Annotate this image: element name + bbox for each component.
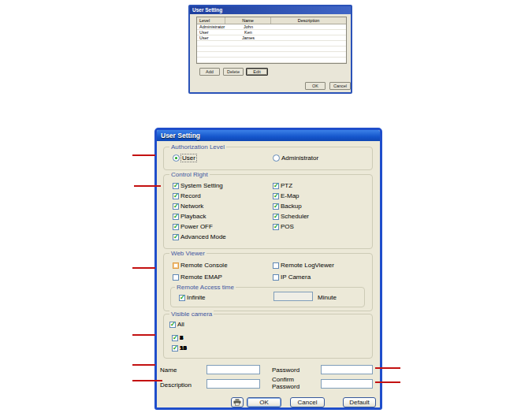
checkbox-camera-8[interactable]: 8 — [172, 334, 199, 341]
table-row[interactable]: Administrator John — [197, 24, 346, 30]
callout-line-name — [132, 364, 155, 366]
checkbox-remote-console[interactable]: Remote Console — [173, 262, 228, 269]
checkbox-icon — [273, 203, 279, 210]
visible-camera-group: Visible camera All 1 2 3 4 5 6 7 8 9 10 … — [163, 314, 373, 359]
column-header-level[interactable]: Level — [197, 17, 225, 24]
checkbox-icon — [273, 262, 279, 269]
delete-button[interactable]: Delete — [223, 68, 244, 76]
checkbox-label: Remote LogViewer — [281, 262, 334, 269]
checkbox-power-off[interactable]: Power OFF — [173, 223, 213, 230]
radio-user[interactable]: User — [173, 154, 196, 162]
checkbox-network[interactable]: Network — [173, 203, 203, 210]
callout-line-visible-camera — [132, 334, 155, 336]
checkbox-pos[interactable]: POS — [273, 223, 294, 230]
description-input[interactable] — [207, 380, 259, 388]
checkbox-label: IP Camera — [281, 273, 311, 281]
ok-button[interactable]: OK — [247, 397, 281, 407]
checkbox-record[interactable]: Record — [173, 192, 201, 199]
password-input[interactable] — [322, 366, 372, 374]
cancel-button[interactable]: Cancel — [329, 82, 351, 90]
checkbox-e-map[interactable]: E-Map — [273, 192, 299, 199]
checkbox-all-cameras[interactable]: All — [169, 321, 184, 328]
confirm-password-input[interactable] — [322, 380, 372, 388]
name-input[interactable] — [207, 366, 259, 374]
cell-name: James — [225, 35, 271, 40]
printer-icon — [233, 399, 241, 406]
settings-dialog-titlebar[interactable]: User Setting — [157, 130, 380, 141]
cell-level: User — [197, 35, 225, 40]
radio-user-label: User — [181, 154, 196, 162]
checkbox-icon — [173, 214, 179, 220]
checkbox-remote-logviewer[interactable]: Remote LogViewer — [273, 262, 334, 269]
password-input-wrap — [321, 365, 373, 374]
checkbox-icon — [273, 224, 279, 230]
checkbox-label: E-Map — [281, 192, 299, 199]
minute-label: Minute — [318, 294, 337, 301]
column-header-name[interactable]: Name — [225, 17, 271, 24]
table-row-empty — [197, 47, 346, 52]
checkbox-icon — [179, 295, 185, 301]
checkbox-system-setting[interactable]: System Setting — [173, 182, 223, 189]
camera-label: 8 — [180, 334, 183, 341]
checkbox-icon — [173, 234, 179, 240]
edit-button[interactable]: Edit — [246, 68, 268, 76]
checkbox-ptz[interactable]: PTZ — [273, 182, 292, 189]
checkbox-icon — [173, 203, 179, 210]
add-button[interactable]: Add — [199, 68, 220, 76]
callout-line-control-right — [134, 185, 161, 187]
confirm-password-input-wrap — [321, 379, 373, 389]
checkbox-icon — [172, 345, 178, 352]
web-viewer-group: Web Viewer Remote Console Remote LogView… — [163, 253, 373, 311]
radio-administrator-label: Administrator — [281, 154, 318, 162]
print-button[interactable] — [231, 397, 244, 407]
checkbox-label: Power OFF — [180, 223, 213, 230]
radio-administrator[interactable]: Administrator — [273, 154, 318, 162]
checkbox-infinite[interactable]: Infinite — [179, 294, 206, 301]
checkbox-label: Remote Console — [180, 262, 228, 269]
cell-description — [271, 24, 346, 29]
checkbox-icon — [172, 335, 178, 341]
checkbox-icon — [273, 214, 279, 220]
confirm-label-line1: Confirm — [272, 376, 299, 383]
callout-line-password — [375, 367, 400, 369]
user-table-header: Level Name Description — [197, 17, 346, 24]
table-row[interactable]: User James — [197, 35, 346, 41]
description-input-wrap — [206, 379, 260, 389]
checkbox-label: All — [177, 321, 184, 328]
checkbox-camera-16[interactable]: 16 — [172, 344, 199, 352]
control-right-label: Control Right — [169, 171, 210, 178]
checkbox-advanced-mode[interactable]: Advanced Mode — [173, 233, 226, 240]
password-label: Password — [272, 366, 299, 374]
ok-button[interactable]: OK — [305, 82, 326, 90]
cancel-button[interactable]: Cancel — [290, 397, 325, 407]
checkbox-backup[interactable]: Backup — [273, 203, 302, 210]
checkbox-label: Remote EMAP — [180, 273, 222, 281]
table-row-empty — [197, 41, 346, 47]
checkbox-icon — [273, 193, 279, 199]
checkbox-ip-camera[interactable]: IP Camera — [273, 273, 311, 281]
dialog-client-area: Authorization Level User Administrator C… — [157, 141, 380, 407]
callout-line-authorization — [132, 154, 155, 156]
list-dialog-title: User Setting — [192, 7, 222, 13]
cell-description — [271, 35, 346, 40]
remote-access-time-group: Remote Access time Infinite Minute — [170, 287, 365, 307]
default-button[interactable]: Default — [343, 397, 376, 407]
cell-level: Administrator — [197, 24, 225, 29]
radio-icon — [273, 154, 280, 162]
authorization-level-group: Authorization Level User Administrator — [163, 147, 373, 170]
callout-line-description — [132, 380, 162, 381]
checkbox-scheduler[interactable]: Scheduler — [273, 213, 309, 220]
table-row[interactable]: User Ken — [197, 30, 346, 35]
checkbox-label: POS — [281, 223, 294, 230]
checkbox-icon — [173, 262, 179, 269]
radio-icon — [173, 154, 180, 162]
minute-input[interactable] — [274, 292, 312, 300]
settings-dialog-title: User Setting — [161, 132, 200, 140]
name-label: Name — [160, 366, 177, 374]
checkbox-remote-emap[interactable]: Remote EMAP — [173, 273, 222, 281]
callout-line-web-viewer — [132, 267, 155, 269]
authorization-level-label: Authorization Level — [169, 143, 226, 151]
list-dialog-titlebar[interactable]: User Setting — [190, 6, 351, 14]
checkbox-playback[interactable]: Playback — [173, 213, 206, 220]
column-header-description[interactable]: Description — [271, 17, 346, 24]
